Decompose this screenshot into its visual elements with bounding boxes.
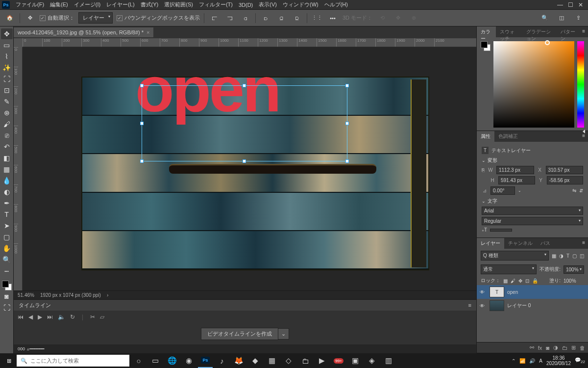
crop-tool[interactable]: ⛶ [1,74,13,84]
window-close-icon[interactable]: ✕ [578,1,583,8]
tab-gradients[interactable]: グラデーション [522,26,556,37]
taskview-icon[interactable]: ▭ [148,353,163,368]
marquee-tool[interactable]: ▭ [1,40,13,51]
transform-handle[interactable] [345,122,349,125]
distribute-icon[interactable]: ⋮⋮ [311,12,323,24]
timeline-dropdown[interactable]: ⌄ [278,328,289,340]
taskbar-app-icon[interactable]: ▣ [348,353,363,368]
transform-handle[interactable] [243,84,246,87]
layer-name[interactable]: open [507,289,518,295]
taskbar-search[interactable]: 🔍 ここに入力して検索 [17,355,129,367]
tab-swatches[interactable]: スウォッチ [496,26,522,37]
notification-icon[interactable]: 💬22 [575,357,585,364]
y-field[interactable]: -58.56 px [547,176,584,184]
tab-close-icon[interactable]: × [147,29,149,35]
layer-style-icon[interactable]: fx [538,345,542,351]
menu-3d[interactable]: 3D(D) [236,1,256,9]
menu-edit[interactable]: 編集(E) [47,0,71,9]
filter-pixel-icon[interactable]: ▦ [552,253,556,259]
taskbar-app-icon[interactable]: ▥ [381,353,396,368]
menu-image[interactable]: イメージ(I) [71,0,103,9]
timeline-zoom-slider[interactable]: ▵━━━━━━ [27,346,44,351]
stamp-tool[interactable]: ⎚ [1,130,13,141]
tray-chevron-icon[interactable]: ⌃ [512,358,515,364]
canvas-area[interactable]: 0100200300400500600700800900100011001200… [14,38,476,290]
lasso-tool[interactable]: ⌇ [1,51,13,62]
menu-file[interactable]: ファイル(F) [13,0,47,9]
x-field[interactable]: 310.57 px [546,166,584,174]
lock-position-icon[interactable]: ✥ [518,278,522,284]
next-frame-icon[interactable]: ⏭ [47,314,53,320]
menu-type[interactable]: 書式(Y) [138,0,162,9]
layer-row[interactable]: 👁 T open [477,285,588,299]
split-icon[interactable]: ✂ [90,314,95,320]
align-bottom-icon[interactable]: ⫒ [291,12,303,24]
play-icon[interactable]: ▶ [38,314,42,320]
eyedropper-tool[interactable]: ✎ [1,96,13,107]
history-brush-tool[interactable]: ↶ [1,141,13,152]
more-options-icon[interactable]: ••• [327,12,339,24]
layer-mask-icon[interactable]: ◙ [546,345,549,351]
tab-paths[interactable]: パス [537,238,554,249]
menu-layer[interactable]: レイヤー(L) [103,0,137,9]
brush-tool[interactable]: 🖌 [1,119,13,130]
layer-thumbnail[interactable]: T [490,287,504,297]
chrome-icon[interactable]: ◉ [181,353,196,368]
hue-slider[interactable] [577,41,584,128]
audio-icon[interactable]: 🔈 [58,314,65,320]
height-field[interactable]: 591.43 px [498,176,535,184]
color-swatch[interactable] [2,281,12,290]
lock-transparent-icon[interactable]: ▦ [503,278,508,284]
prev-frame-icon[interactable]: ◀ [28,314,33,320]
font-family-select[interactable]: Arial [482,207,583,215]
photoshop-taskbar-icon[interactable]: Ps [198,353,213,368]
align-right-icon[interactable]: ⫏ [240,12,251,24]
start-button[interactable]: ⊞ [3,355,15,367]
tab-adjustments[interactable]: 色調補正 [494,131,522,142]
transform-handle[interactable] [140,122,144,125]
lock-paint-icon[interactable]: 🖌 [511,278,515,284]
blur-tool[interactable]: 💧 [1,175,13,186]
flip-h-icon[interactable]: ⇋ [572,188,576,193]
font-style-select[interactable]: Regular [482,217,583,225]
path-select-tool[interactable]: ➤ [1,220,13,231]
healing-tool[interactable]: ⊛ [1,107,13,118]
network-icon[interactable]: 📶 [519,358,525,364]
panel-menu-icon[interactable]: ≡ [579,26,588,37]
transform-handle[interactable] [243,159,246,163]
tab-channels[interactable]: チャンネル [504,238,537,249]
loop-icon[interactable]: ↻ [70,314,75,320]
autoselect-dropdown[interactable]: レイヤー [78,12,113,24]
zoom-level[interactable]: 51.46% [18,292,34,298]
align-left-icon[interactable]: ⫍ [208,12,220,24]
taskbar-app-icon[interactable]: ◈ [365,353,379,368]
cortana-icon[interactable]: ○ [131,353,146,368]
align-hcenter-icon[interactable]: ⫎ [224,12,236,24]
search-icon[interactable]: 🔍 [539,12,551,24]
align-vcenter-icon[interactable]: ⫑ [275,12,287,24]
layer-name[interactable]: レイヤー 0 [507,302,531,309]
tab-patterns[interactable]: パターン [557,26,580,37]
color-field[interactable] [493,41,574,128]
tab-layers[interactable]: レイヤー [477,238,504,249]
transform-handle[interactable] [140,84,144,87]
group-icon[interactable]: 🗀 [562,345,567,351]
quickmask-tool[interactable]: ◙ [1,291,13,302]
document-tab[interactable]: wood-4120456_1920.jpg @ 51.5% (open, RGB… [14,27,153,37]
home-icon[interactable]: 🏠 [4,12,16,24]
filter-shape-icon[interactable]: ▢ [572,253,577,259]
itunes-icon[interactable]: ♪ [215,353,229,368]
window-minimize-icon[interactable]: — [557,1,563,8]
layer-thumbnail[interactable] [490,300,504,311]
filter-type-icon[interactable]: T [566,253,569,259]
taskbar-app-icon[interactable]: 99+ [331,353,346,368]
transform-handle[interactable] [345,159,349,163]
transition-icon[interactable]: ▱ [100,314,104,320]
hand-tool[interactable]: ✋ [1,243,13,254]
angle-field[interactable]: 0.00° [490,186,515,195]
edge-icon[interactable]: 🌐 [165,353,179,368]
transform-bounding-box[interactable] [142,85,347,161]
zoom-tool[interactable]: 🔍 [1,254,13,265]
transform-handle[interactable] [345,84,349,87]
panel-menu-icon[interactable]: ≡ [468,302,471,308]
